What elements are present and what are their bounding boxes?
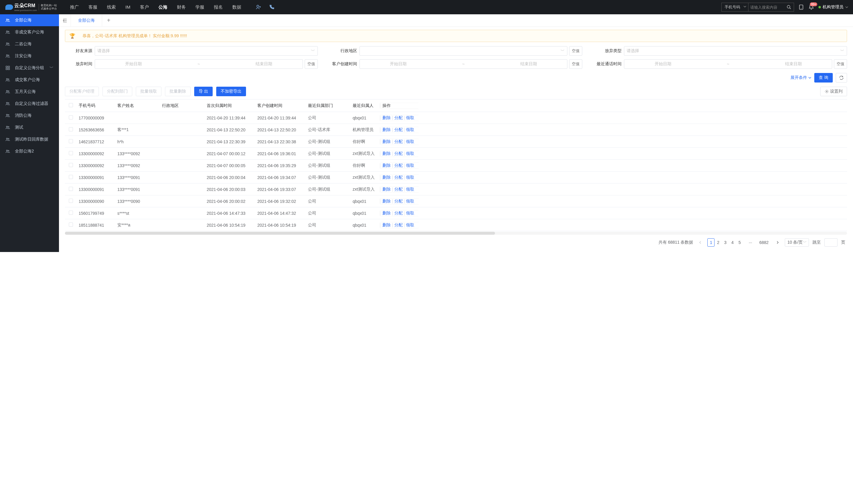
op-assign[interactable]: 分配	[394, 187, 403, 192]
export-plain-button[interactable]: 不加密导出	[216, 87, 246, 96]
sidebar-item[interactable]: 非成交客户公海	[0, 26, 59, 38]
abandon-time-null[interactable]: 空值	[305, 59, 318, 69]
op-assign[interactable]: 分配	[394, 151, 403, 156]
page-number[interactable]: 1	[707, 238, 714, 247]
tabs-collapse-icon[interactable]	[59, 14, 71, 26]
district-select[interactable]: ﹀	[360, 46, 568, 56]
page-last[interactable]: 6882	[757, 238, 770, 247]
sidebar-item[interactable]: 全部公海2	[0, 145, 59, 157]
checkbox[interactable]	[69, 222, 73, 227]
logo[interactable]: 云朵CRM www.yunduocrm.com 教育机构一站式服务云平台	[3, 0, 59, 14]
expand-filters[interactable]: 展开条件	[791, 75, 811, 80]
op-delete[interactable]: 删除	[382, 115, 391, 120]
user-menu[interactable]: 机构管理员	[818, 4, 850, 10]
op-assign[interactable]: 分配	[394, 139, 403, 144]
assign-dept-button[interactable]: 分配到部门	[103, 87, 132, 96]
checkbox[interactable]	[69, 127, 73, 131]
phone-icon[interactable]	[265, 4, 278, 10]
export-button[interactable]: 导 出	[194, 87, 213, 96]
sidebar-item[interactable]: 二咨公海	[0, 38, 59, 50]
refresh-button[interactable]	[836, 73, 847, 83]
sidebar-item[interactable]: 注安公海	[0, 50, 59, 62]
op-assign[interactable]: 分配	[394, 175, 403, 180]
topnav-item[interactable]: 报名	[209, 0, 228, 14]
page-next[interactable]	[774, 238, 781, 247]
create-time-range[interactable]: 开始日期~结束日期	[360, 59, 568, 69]
search-icon[interactable]	[784, 5, 794, 10]
page-prev[interactable]	[697, 238, 704, 247]
op-claim[interactable]: 领取	[406, 222, 414, 227]
batch-claim-button[interactable]: 批量领取	[136, 87, 161, 96]
op-delete[interactable]: 删除	[382, 151, 391, 156]
checkbox[interactable]	[69, 139, 73, 143]
op-claim[interactable]: 领取	[406, 163, 414, 168]
topnav-item[interactable]: 学服	[190, 0, 209, 14]
checkbox[interactable]	[69, 211, 73, 215]
op-delete[interactable]: 删除	[382, 139, 391, 144]
topnav-item[interactable]: 数据	[228, 0, 246, 14]
create-time-null[interactable]: 空值	[569, 59, 582, 69]
op-claim[interactable]: 领取	[406, 199, 414, 203]
op-delete[interactable]: 删除	[382, 187, 391, 192]
op-claim[interactable]: 领取	[406, 187, 414, 192]
bell-icon[interactable]: 99+	[808, 4, 814, 10]
op-delete[interactable]: 删除	[382, 211, 391, 215]
sidebar-item[interactable]: 全部公海	[0, 14, 59, 26]
sidebar-item[interactable]: 五月天公海	[0, 86, 59, 98]
friend-source-select[interactable]: 请选择 ﹀	[95, 46, 318, 56]
topnav-item[interactable]: 线索	[102, 0, 121, 14]
last-call-null[interactable]: 空值	[834, 59, 847, 69]
sidebar-item[interactable]: 测试昨日回库数据	[0, 133, 59, 145]
op-assign[interactable]: 分配	[394, 199, 403, 203]
op-delete[interactable]: 删除	[382, 127, 391, 132]
op-claim[interactable]: 领取	[406, 211, 414, 215]
op-claim[interactable]: 领取	[406, 127, 414, 132]
page-number[interactable]: 3	[722, 238, 729, 247]
page-size-select[interactable]: 10 条/页﹀	[785, 238, 809, 247]
op-assign[interactable]: 分配	[394, 222, 403, 227]
op-claim[interactable]: 领取	[406, 175, 414, 180]
topnav-item[interactable]: 公海	[154, 0, 172, 14]
page-jump-input[interactable]	[824, 238, 837, 247]
checkbox[interactable]	[69, 151, 73, 155]
abandon-time-range[interactable]: 开始日期~结束日期	[95, 59, 303, 69]
tablet-icon[interactable]	[798, 4, 804, 10]
sidebar-item[interactable]: 自定义公海分组﹀	[0, 62, 59, 74]
search-input[interactable]	[748, 3, 784, 11]
sidebar-item[interactable]: 成交客户公海	[0, 74, 59, 86]
columns-button[interactable]: 设置列	[820, 87, 847, 96]
batch-delete-button[interactable]: 批量删除	[165, 87, 190, 96]
op-assign[interactable]: 分配	[394, 115, 403, 120]
abandon-type-select[interactable]: 请选择 ﹀	[624, 46, 847, 56]
tab-all[interactable]: 全部公海	[71, 14, 102, 26]
op-assign[interactable]: 分配	[394, 163, 403, 168]
sidebar-item[interactable]: 测试	[0, 122, 59, 133]
checkbox[interactable]	[69, 187, 73, 191]
page-ellipsis[interactable]: ···	[747, 238, 754, 247]
tab-add[interactable]: +	[102, 14, 115, 26]
checkbox[interactable]	[69, 175, 73, 179]
district-null[interactable]: 空值	[569, 46, 582, 56]
op-claim[interactable]: 领取	[406, 115, 414, 120]
op-delete[interactable]: 删除	[382, 199, 391, 203]
horizontal-scrollbar[interactable]	[65, 232, 847, 235]
op-claim[interactable]: 领取	[406, 151, 414, 156]
topnav-item[interactable]: 财务	[172, 0, 190, 14]
page-number[interactable]: 5	[736, 238, 743, 247]
topnav-item[interactable]: 客服	[84, 0, 102, 14]
page-number[interactable]: 2	[714, 238, 722, 247]
topnav-item[interactable]: 客户	[135, 0, 154, 14]
sidebar-item[interactable]: 消防公海	[0, 110, 59, 122]
op-delete[interactable]: 删除	[382, 175, 391, 180]
op-delete[interactable]: 删除	[382, 163, 391, 168]
checkbox[interactable]	[69, 115, 73, 120]
topnav-item[interactable]: IM	[121, 0, 135, 14]
last-call-time-range[interactable]: 开始日期~结束日期	[624, 59, 832, 69]
search-type-select[interactable]: 手机号码	[722, 3, 748, 11]
user-plus-icon[interactable]	[252, 4, 265, 10]
op-delete[interactable]: 删除	[382, 222, 391, 227]
op-assign[interactable]: 分配	[394, 127, 403, 132]
page-number[interactable]: 4	[729, 238, 736, 247]
topnav-item[interactable]: 推广	[65, 0, 84, 14]
checkbox-all[interactable]	[69, 103, 73, 107]
